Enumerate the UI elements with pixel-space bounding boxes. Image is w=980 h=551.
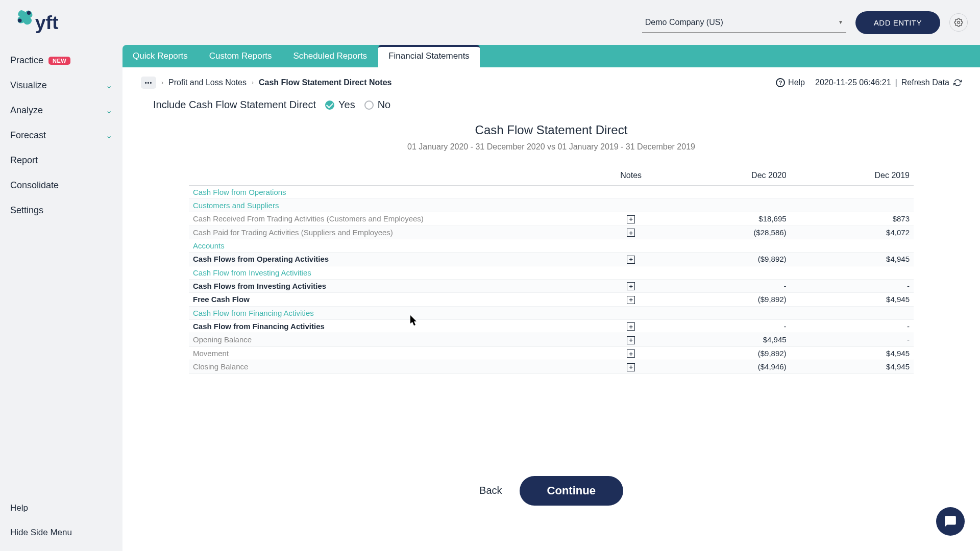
include-yes-radio[interactable]: Yes [325, 99, 355, 111]
add-note-button[interactable]: + [627, 322, 635, 331]
refresh-data[interactable]: 2020-11-25 06:46:21 | Refresh Data [815, 78, 962, 87]
table-row: Cash Flow from Financing Activities+-- [189, 319, 914, 333]
svg-point-0 [27, 11, 31, 15]
add-note-button[interactable]: + [627, 336, 635, 344]
add-note-button[interactable]: + [627, 256, 635, 264]
table-row: Cash Received From Trading Activities (C… [189, 212, 914, 226]
table-row: Customers and Suppliers [189, 199, 914, 212]
add-note-button[interactable]: + [627, 349, 635, 358]
table-row: Opening Balance+$4,945- [189, 333, 914, 347]
chevron-down-icon: ⌄ [106, 106, 112, 115]
breadcrumb: ••• › Profit and Loss Notes › Cash Flow … [141, 77, 391, 89]
chevron-right-icon: › [161, 79, 163, 86]
back-button[interactable]: Back [479, 485, 502, 496]
refresh-label: Refresh Data [901, 78, 949, 87]
table-row: Cash Flows from Operating Activities+($9… [189, 253, 914, 266]
logo[interactable]: yft [12, 7, 68, 38]
sidebar-item-report[interactable]: Report [0, 148, 122, 173]
sidebar-hide[interactable]: Hide Side Menu [0, 520, 122, 545]
add-note-button[interactable]: + [627, 215, 635, 223]
column-header: Dec 2020 [667, 166, 790, 186]
new-badge: NEW [48, 57, 70, 65]
refresh-icon [953, 79, 962, 87]
add-entity-button[interactable]: ADD ENTITY [855, 11, 940, 34]
sidebar-item-consolidate[interactable]: Consolidate [0, 173, 122, 198]
svg-text:yft: yft [35, 12, 59, 33]
table-row: Cash Flow from Financing Activities [189, 306, 914, 319]
include-label: Include Cash Flow Statement Direct [153, 99, 316, 111]
table-row: Cash Flow from Operations [189, 186, 914, 199]
tabs: Quick ReportsCustom ReportsScheduled Rep… [122, 45, 980, 67]
breadcrumb-prev[interactable]: Profit and Loss Notes [168, 78, 247, 87]
add-note-button[interactable]: + [627, 229, 635, 237]
table-row: Cash Flows from Investing Activities+-- [189, 279, 914, 293]
chat-widget[interactable] [936, 507, 965, 536]
table-row: Cash Paid for Trading Activities (Suppli… [189, 226, 914, 239]
sidebar-item-forecast[interactable]: Forecast⌄ [0, 123, 122, 148]
chat-icon [944, 515, 957, 528]
table-row: Closing Balance+($4,946)$4,945 [189, 360, 914, 374]
breadcrumb-more-icon[interactable]: ••• [141, 77, 156, 89]
chevron-down-icon: ⌄ [106, 81, 112, 90]
breadcrumb-current: Cash Flow Statement Direct Notes [259, 78, 392, 87]
table-row: Accounts [189, 239, 914, 253]
add-note-button[interactable]: + [627, 296, 635, 304]
check-icon [325, 101, 334, 110]
tab-custom-reports[interactable]: Custom Reports [199, 45, 282, 67]
sidebar-item-practice[interactable]: PracticeNEW [0, 48, 122, 73]
entity-select[interactable]: Demo Company (US) ▼ [642, 12, 846, 33]
table-row: Cash Flow from Investing Activities [189, 266, 914, 279]
sidebar-item-visualize[interactable]: Visualize⌄ [0, 73, 122, 98]
help-icon: ? [776, 78, 785, 87]
add-note-button[interactable]: + [627, 282, 635, 290]
caret-down-icon: ▼ [838, 19, 843, 25]
column-header [189, 166, 595, 186]
include-no-radio[interactable]: No [364, 99, 391, 111]
report-title: Cash Flow Statement Direct [141, 123, 962, 137]
report-period: 01 January 2020 - 31 December 2020 vs 01… [141, 142, 962, 152]
chevron-right-icon: › [252, 79, 254, 86]
entity-selected-label: Demo Company (US) [645, 18, 723, 27]
header: yft Demo Company (US) ▼ ADD ENTITY [0, 0, 980, 45]
svg-point-3 [958, 21, 960, 24]
chevron-down-icon: ⌄ [106, 131, 112, 140]
radio-icon [364, 101, 374, 110]
cashflow-table: NotesDec 2020Dec 2019 Cash Flow from Ope… [189, 166, 914, 374]
refresh-timestamp: 2020-11-25 06:46:21 [815, 78, 891, 87]
table-row: Free Cash Flow+($9,892)$4,945 [189, 293, 914, 307]
column-header: Dec 2019 [791, 166, 914, 186]
table-row: Movement+($9,892)$4,945 [189, 346, 914, 360]
sidebar: PracticeNEWVisualize⌄Analyze⌄Forecast⌄Re… [0, 45, 122, 551]
add-note-button[interactable]: + [627, 363, 635, 371]
column-header: Notes [595, 166, 667, 186]
sidebar-item-analyze[interactable]: Analyze⌄ [0, 98, 122, 123]
sidebar-item-settings[interactable]: Settings [0, 198, 122, 223]
tab-scheduled-reports[interactable]: Scheduled Reports [283, 45, 378, 67]
help-link[interactable]: ? Help [776, 78, 805, 87]
settings-button[interactable] [949, 13, 968, 32]
continue-button[interactable]: Continue [520, 476, 623, 506]
gear-icon [954, 18, 963, 27]
tab-financial-statements[interactable]: Financial Statements [378, 45, 480, 67]
svg-point-1 [18, 19, 22, 23]
tab-quick-reports[interactable]: Quick Reports [122, 45, 198, 67]
sidebar-help[interactable]: Help [0, 496, 122, 520]
